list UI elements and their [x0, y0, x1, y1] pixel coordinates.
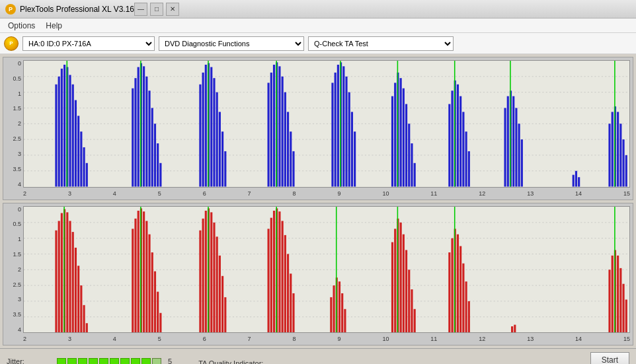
svg-rect-139 — [213, 222, 215, 332]
svg-rect-95 — [612, 112, 614, 186]
svg-rect-164 — [394, 229, 396, 332]
svg-rect-184 — [608, 270, 610, 332]
svg-rect-179 — [465, 281, 467, 332]
svg-rect-126 — [143, 211, 145, 332]
svg-rect-27 — [151, 108, 153, 186]
svg-rect-62 — [354, 131, 356, 186]
svg-rect-10 — [63, 65, 65, 187]
svg-rect-122 — [132, 229, 134, 332]
svg-rect-47 — [278, 66, 280, 186]
window-controls: — □ ✕ — [134, 3, 179, 16]
start-button[interactable]: Start — [590, 352, 629, 365]
jitter-label: Jitter: — [7, 357, 53, 365]
bottom-chart-svg — [24, 207, 629, 333]
svg-rect-56 — [337, 65, 339, 187]
jitter-led-1 — [57, 358, 66, 365]
minimize-button[interactable]: — — [134, 3, 147, 16]
svg-rect-145 — [268, 229, 270, 332]
svg-rect-114 — [69, 221, 71, 332]
app-logo-icon: P — [4, 36, 19, 51]
svg-rect-98 — [619, 124, 621, 186]
svg-rect-169 — [408, 270, 410, 332]
svg-rect-34 — [205, 65, 207, 187]
menu-options[interactable]: Options — [3, 20, 40, 32]
svg-rect-64 — [391, 96, 393, 187]
bottom-chart: 4 3.5 3 2.5 2 1.5 1 0.5 0 — [3, 203, 633, 346]
titlebar: P PlexTools Professional XL V3.16 — □ ✕ — [0, 0, 636, 18]
svg-rect-49 — [284, 92, 286, 187]
svg-rect-13 — [72, 85, 74, 187]
svg-rect-150 — [282, 221, 284, 332]
svg-rect-24 — [143, 66, 145, 186]
svg-rect-120 — [86, 323, 88, 332]
svg-rect-7 — [55, 85, 57, 187]
svg-rect-22 — [138, 67, 139, 187]
jitter-led-bar — [57, 358, 161, 365]
close-button[interactable]: ✕ — [166, 3, 179, 16]
svg-rect-118 — [80, 285, 82, 332]
svg-rect-91 — [573, 175, 575, 187]
svg-rect-188 — [619, 268, 621, 332]
svg-rect-36 — [210, 67, 212, 187]
svg-rect-100 — [625, 155, 627, 187]
svg-rect-160 — [341, 293, 343, 332]
svg-rect-142 — [221, 275, 223, 332]
svg-rect-79 — [462, 112, 464, 186]
svg-rect-16 — [80, 131, 82, 186]
svg-rect-140 — [216, 237, 218, 332]
bottom-chart-area — [23, 206, 630, 334]
svg-rect-159 — [338, 281, 340, 332]
svg-rect-40 — [221, 131, 223, 186]
svg-rect-173 — [448, 252, 450, 332]
svg-rect-87 — [515, 108, 517, 186]
svg-rect-93 — [578, 177, 580, 186]
svg-rect-59 — [345, 77, 347, 187]
svg-rect-152 — [287, 254, 289, 332]
svg-rect-127 — [145, 221, 147, 332]
function-select[interactable]: DVD Diagnostic Functions — [159, 36, 304, 51]
svg-rect-111 — [61, 213, 63, 332]
svg-rect-99 — [622, 139, 624, 186]
svg-rect-187 — [617, 255, 619, 332]
svg-rect-170 — [411, 289, 413, 332]
svg-rect-25 — [145, 77, 147, 187]
ta-quality-label: TA Quality Indicator: — [198, 359, 263, 365]
svg-rect-21 — [134, 78, 136, 186]
svg-rect-117 — [77, 266, 79, 332]
svg-rect-51 — [290, 131, 292, 186]
svg-rect-61 — [351, 112, 353, 186]
svg-rect-43 — [268, 83, 270, 186]
svg-rect-60 — [348, 92, 350, 187]
svg-rect-52 — [292, 151, 294, 187]
test-select[interactable]: Q-Check TA Test — [308, 36, 454, 51]
svg-rect-37 — [213, 78, 215, 186]
svg-rect-48 — [282, 77, 284, 187]
svg-rect-67 — [400, 78, 402, 186]
svg-rect-41 — [224, 151, 226, 187]
jitter-led-4 — [89, 358, 98, 365]
svg-rect-156 — [330, 297, 332, 332]
jitter-value: 5 — [168, 357, 172, 365]
svg-rect-84 — [507, 96, 509, 187]
svg-rect-70 — [408, 124, 410, 186]
top-chart: 4 3.5 3 2.5 2 1.5 1 0.5 0 — [3, 57, 633, 200]
svg-rect-54 — [331, 83, 333, 186]
svg-rect-135 — [202, 218, 204, 332]
svg-rect-146 — [270, 217, 272, 332]
svg-rect-94 — [608, 124, 610, 186]
jitter-led-9 — [141, 358, 151, 365]
maximize-button[interactable]: □ — [150, 3, 163, 16]
svg-rect-185 — [612, 255, 614, 332]
svg-rect-163 — [391, 242, 393, 332]
svg-rect-83 — [504, 108, 506, 186]
drive-select[interactable]: HA:0 ID:0 PX-716A — [22, 36, 155, 51]
svg-rect-132 — [159, 312, 161, 332]
menu-help[interactable]: Help — [40, 20, 67, 32]
action-buttons: Start i — [590, 352, 629, 365]
top-chart-svg — [24, 61, 629, 187]
svg-rect-55 — [335, 73, 337, 187]
svg-rect-115 — [72, 232, 74, 332]
svg-rect-45 — [273, 65, 275, 187]
svg-rect-182 — [511, 326, 513, 332]
svg-rect-78 — [459, 96, 461, 187]
